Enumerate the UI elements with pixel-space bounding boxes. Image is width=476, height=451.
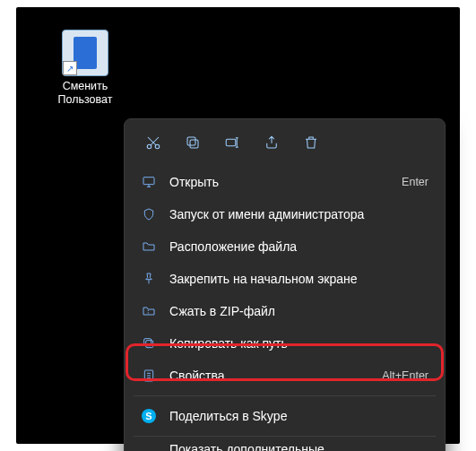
menu-item-properties[interactable]: Свойства Alt+Enter (130, 360, 439, 392)
menu-item-zip[interactable]: Сжать в ZIP-файл (130, 295, 439, 327)
copypath-icon (141, 335, 157, 351)
menu-label: Открыть (169, 175, 389, 189)
svg-rect-4 (226, 139, 236, 146)
menu-item-skype[interactable]: S Поделиться в Skype (130, 400, 439, 432)
menu-label: Расположение файла (169, 239, 428, 254)
rename-button[interactable] (214, 126, 250, 159)
menu-label: Закрепить на начальном экране (169, 272, 428, 286)
menu-item-more-options[interactable]: Показать дополнительные параметры Shift+… (130, 440, 439, 451)
monitor-icon (141, 174, 157, 190)
menu-label: Запуск от имени администратора (169, 207, 428, 221)
menu-label: Свойства (169, 369, 369, 383)
cut-icon (145, 134, 161, 151)
share-button[interactable] (254, 126, 290, 159)
copy-button[interactable] (175, 126, 211, 159)
menu-label: Поделиться в Skype (169, 409, 428, 423)
delete-button[interactable] (293, 126, 329, 159)
menu-label: Копировать как путь (169, 336, 428, 351)
menu-separator (134, 436, 436, 437)
copy-icon (185, 134, 201, 151)
shield-icon (141, 206, 157, 222)
menu-item-run-admin[interactable]: Запуск от имени администратора (130, 198, 439, 230)
svg-rect-3 (187, 137, 195, 145)
pin-icon (141, 271, 157, 287)
svg-rect-7 (144, 339, 151, 346)
menu-label: Сжать в ZIP-файл (169, 304, 428, 318)
menu-item-open-location[interactable]: Расположение файла (130, 230, 439, 263)
menu-label: Показать дополнительные параметры (169, 442, 368, 451)
shortcut-label: Сменить Пользоват (48, 80, 123, 107)
svg-rect-2 (190, 140, 198, 148)
rename-icon (224, 134, 240, 151)
shortcut-arrow-icon: ↗ (63, 61, 77, 75)
archive-icon (141, 303, 157, 319)
cut-button[interactable] (135, 126, 171, 159)
props-icon (141, 368, 157, 384)
action-bar (130, 125, 439, 166)
menu-accel: Enter (402, 176, 428, 188)
menu-separator (134, 395, 436, 396)
menu-accel: Alt+Enter (382, 369, 428, 382)
skype-icon: S (141, 408, 157, 424)
delete-icon (303, 134, 319, 151)
share-icon (264, 134, 280, 151)
desktop-shortcut[interactable]: ↗ Сменить Пользоват (48, 30, 123, 107)
context-menu: Открыть Enter Запуск от имени администра… (124, 118, 446, 451)
menu-item-pin-start[interactable]: Закрепить на начальном экране (130, 263, 439, 295)
folder-icon (141, 239, 157, 255)
desktop: ↗ Сменить Пользоват (16, 7, 460, 444)
svg-rect-6 (146, 341, 153, 348)
menu-item-open[interactable]: Открыть Enter (130, 166, 439, 198)
shortcut-icon: ↗ (62, 30, 108, 76)
svg-rect-5 (143, 178, 154, 185)
menu-item-copy-path[interactable]: Копировать как путь (130, 327, 439, 360)
